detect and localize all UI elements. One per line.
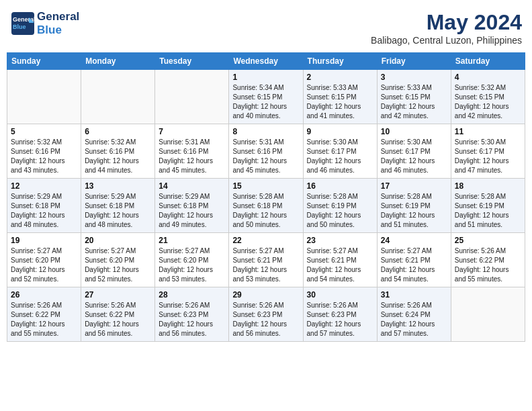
calendar-cell: 28Sunrise: 5:26 AM Sunset: 6:23 PM Dayli… [155, 287, 229, 342]
day-number: 24 [381, 236, 447, 245]
day-info: Sunrise: 5:26 AM Sunset: 6:24 PM Dayligh… [381, 301, 447, 338]
calendar-week-5: 26Sunrise: 5:26 AM Sunset: 6:22 PM Dayli… [7, 287, 525, 342]
logo-general-text: General [37, 10, 79, 24]
day-info: Sunrise: 5:28 AM Sunset: 6:19 PM Dayligh… [307, 192, 373, 230]
day-number: 3 [381, 73, 447, 82]
calendar-cell: 25Sunrise: 5:26 AM Sunset: 6:22 PM Dayli… [451, 233, 525, 287]
day-info: Sunrise: 5:26 AM Sunset: 6:22 PM Dayligh… [85, 301, 151, 338]
day-number: 12 [11, 181, 77, 191]
day-info: Sunrise: 5:27 AM Sunset: 6:21 PM Dayligh… [307, 246, 373, 284]
calendar-cell [451, 287, 525, 342]
day-number: 1 [232, 73, 299, 82]
calendar-cell: 29Sunrise: 5:26 AM Sunset: 6:23 PM Dayli… [229, 287, 303, 342]
day-info: Sunrise: 5:30 AM Sunset: 6:17 PM Dayligh… [307, 138, 373, 175]
day-info: Sunrise: 5:26 AM Sunset: 6:22 PM Dayligh… [455, 246, 521, 284]
calendar-week-2: 5Sunrise: 5:32 AM Sunset: 6:16 PM Daylig… [7, 124, 525, 179]
day-info: Sunrise: 5:28 AM Sunset: 6:19 PM Dayligh… [455, 192, 521, 230]
day-number: 4 [455, 73, 521, 82]
day-of-week-thursday: Thursday [303, 53, 377, 70]
calendar-cell: 19Sunrise: 5:27 AM Sunset: 6:20 PM Dayli… [7, 233, 81, 287]
calendar-cell: 14Sunrise: 5:29 AM Sunset: 6:18 PM Dayli… [155, 179, 229, 233]
location-subtitle: Balibago, Central Luzon, Philippines [371, 35, 522, 46]
calendar-cell: 11Sunrise: 5:30 AM Sunset: 6:17 PM Dayli… [451, 124, 525, 179]
day-number: 17 [381, 181, 447, 191]
calendar-cell: 20Sunrise: 5:27 AM Sunset: 6:20 PM Dayli… [81, 233, 155, 287]
day-number: 6 [85, 127, 151, 136]
calendar-cell: 3Sunrise: 5:33 AM Sunset: 6:15 PM Daylig… [377, 70, 451, 124]
day-info: Sunrise: 5:33 AM Sunset: 6:15 PM Dayligh… [381, 83, 447, 121]
day-number: 11 [455, 127, 521, 136]
calendar-cell: 1Sunrise: 5:34 AM Sunset: 6:15 PM Daylig… [229, 70, 303, 124]
calendar-cell: 9Sunrise: 5:30 AM Sunset: 6:17 PM Daylig… [303, 124, 377, 179]
calendar-cell: 12Sunrise: 5:29 AM Sunset: 6:18 PM Dayli… [7, 179, 81, 233]
calendar-cell: 17Sunrise: 5:28 AM Sunset: 6:19 PM Dayli… [377, 179, 451, 233]
day-number: 13 [85, 181, 151, 191]
day-number: 2 [307, 73, 373, 82]
svg-text:Blue: Blue [13, 24, 26, 30]
calendar-cell: 30Sunrise: 5:26 AM Sunset: 6:23 PM Dayli… [303, 287, 377, 342]
day-info: Sunrise: 5:31 AM Sunset: 6:16 PM Dayligh… [159, 138, 225, 175]
day-of-week-monday: Monday [81, 53, 155, 70]
calendar-table: SundayMondayTuesdayWednesdayThursdayFrid… [7, 52, 525, 342]
day-info: Sunrise: 5:29 AM Sunset: 6:18 PM Dayligh… [85, 192, 151, 230]
day-number: 14 [159, 181, 225, 191]
day-number: 31 [381, 290, 447, 300]
day-number: 10 [381, 127, 447, 136]
calendar-cell: 16Sunrise: 5:28 AM Sunset: 6:19 PM Dayli… [303, 179, 377, 233]
day-info: Sunrise: 5:29 AM Sunset: 6:18 PM Dayligh… [11, 192, 77, 230]
day-info: Sunrise: 5:30 AM Sunset: 6:17 PM Dayligh… [381, 138, 447, 175]
calendar-cell: 15Sunrise: 5:28 AM Sunset: 6:18 PM Dayli… [229, 179, 303, 233]
logo-blue-text: Blue [37, 24, 79, 37]
calendar-cell: 2Sunrise: 5:33 AM Sunset: 6:15 PM Daylig… [303, 70, 377, 124]
day-info: Sunrise: 5:32 AM Sunset: 6:16 PM Dayligh… [85, 138, 151, 175]
day-info: Sunrise: 5:26 AM Sunset: 6:23 PM Dayligh… [232, 301, 299, 338]
calendar-cell: 13Sunrise: 5:29 AM Sunset: 6:18 PM Dayli… [81, 179, 155, 233]
day-number: 30 [307, 290, 373, 300]
day-number: 25 [455, 236, 521, 245]
day-number: 22 [232, 236, 299, 245]
day-number: 20 [85, 236, 151, 245]
day-info: Sunrise: 5:27 AM Sunset: 6:20 PM Dayligh… [11, 246, 77, 284]
day-of-week-sunday: Sunday [7, 53, 81, 70]
day-of-week-friday: Friday [377, 53, 451, 70]
month-title: May 2024 [371, 10, 522, 35]
day-info: Sunrise: 5:26 AM Sunset: 6:23 PM Dayligh… [307, 301, 373, 338]
day-of-week-wednesday: Wednesday [229, 53, 303, 70]
day-number: 26 [11, 290, 77, 300]
day-info: Sunrise: 5:29 AM Sunset: 6:18 PM Dayligh… [159, 192, 225, 230]
calendar-cell: 18Sunrise: 5:28 AM Sunset: 6:19 PM Dayli… [451, 179, 525, 233]
calendar-week-1: 1Sunrise: 5:34 AM Sunset: 6:15 PM Daylig… [7, 70, 525, 124]
day-info: Sunrise: 5:28 AM Sunset: 6:18 PM Dayligh… [232, 192, 299, 230]
day-of-week-tuesday: Tuesday [155, 53, 229, 70]
days-of-week-row: SundayMondayTuesdayWednesdayThursdayFrid… [7, 53, 525, 70]
calendar-week-3: 12Sunrise: 5:29 AM Sunset: 6:18 PM Dayli… [7, 179, 525, 233]
calendar-cell [81, 70, 155, 124]
calendar-cell: 5Sunrise: 5:32 AM Sunset: 6:16 PM Daylig… [7, 124, 81, 179]
calendar-cell: 10Sunrise: 5:30 AM Sunset: 6:17 PM Dayli… [377, 124, 451, 179]
calendar-cell: 27Sunrise: 5:26 AM Sunset: 6:22 PM Dayli… [81, 287, 155, 342]
calendar-header: SundayMondayTuesdayWednesdayThursdayFrid… [7, 53, 525, 70]
day-info: Sunrise: 5:27 AM Sunset: 6:21 PM Dayligh… [381, 246, 447, 284]
day-info: Sunrise: 5:27 AM Sunset: 6:21 PM Dayligh… [232, 246, 299, 284]
calendar-cell: 26Sunrise: 5:26 AM Sunset: 6:22 PM Dayli… [7, 287, 81, 342]
day-number: 19 [11, 236, 77, 245]
day-info: Sunrise: 5:28 AM Sunset: 6:19 PM Dayligh… [381, 192, 447, 230]
day-number: 28 [159, 290, 225, 300]
calendar-cell: 22Sunrise: 5:27 AM Sunset: 6:21 PM Dayli… [229, 233, 303, 287]
day-number: 21 [159, 236, 225, 245]
logo-icon: General Blue [10, 11, 36, 36]
day-info: Sunrise: 5:27 AM Sunset: 6:20 PM Dayligh… [159, 246, 225, 284]
calendar-cell: 23Sunrise: 5:27 AM Sunset: 6:21 PM Dayli… [303, 233, 377, 287]
day-info: Sunrise: 5:26 AM Sunset: 6:23 PM Dayligh… [159, 301, 225, 338]
day-number: 7 [159, 127, 225, 136]
day-number: 27 [85, 290, 151, 300]
logo: General Blue General Blue [10, 10, 79, 37]
page-header: General Blue General Blue May 2024 Balib… [7, 7, 525, 46]
day-number: 9 [307, 127, 373, 136]
day-number: 5 [11, 127, 77, 136]
day-info: Sunrise: 5:32 AM Sunset: 6:16 PM Dayligh… [11, 138, 77, 175]
calendar-cell: 31Sunrise: 5:26 AM Sunset: 6:24 PM Dayli… [377, 287, 451, 342]
day-of-week-saturday: Saturday [451, 53, 525, 70]
day-number: 18 [455, 181, 521, 191]
day-info: Sunrise: 5:31 AM Sunset: 6:16 PM Dayligh… [232, 138, 299, 175]
